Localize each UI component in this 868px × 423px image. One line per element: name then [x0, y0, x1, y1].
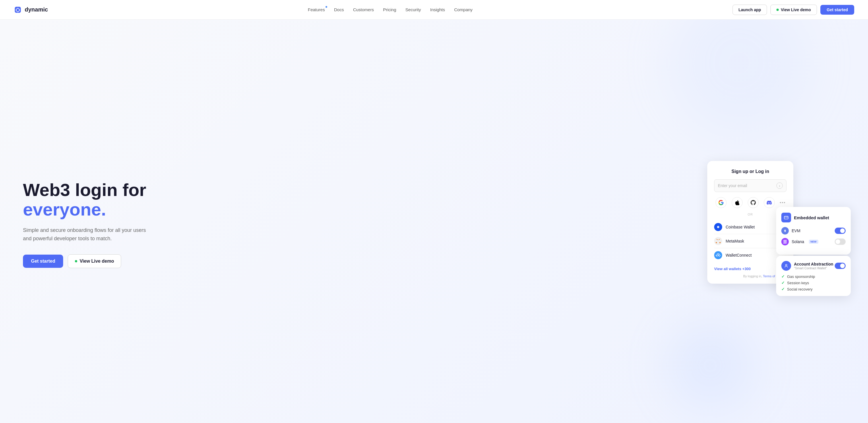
- hero-title-text: Web3 login for: [23, 180, 146, 200]
- embedded-card-header: Embedded wallet: [781, 213, 846, 222]
- nav-brand-name: dynamic: [25, 6, 48, 13]
- coinbase-wallet-name: Coinbase Wallet: [725, 225, 755, 229]
- nav-link-insights[interactable]: Insights: [430, 7, 445, 12]
- nav-item-customers[interactable]: Customers: [353, 7, 374, 12]
- nav-links-list: Features Docs Customers Pricing Security…: [308, 7, 473, 12]
- view-live-demo-nav-label: View Live demo: [781, 7, 811, 12]
- nav-link-customers[interactable]: Customers: [353, 7, 374, 12]
- apple-login-icon[interactable]: [732, 197, 743, 208]
- google-login-icon[interactable]: [716, 197, 726, 208]
- view-all-wallets-count: +300: [742, 267, 751, 271]
- check-icon-gas: ✓: [781, 274, 785, 279]
- view-live-demo-hero-label: View Live demo: [80, 259, 114, 264]
- login-footer: By logging in, Terms of Service: [714, 275, 786, 278]
- aa-feature-session: ✓ Session keys: [781, 280, 846, 285]
- aa-feature-recovery-label: Social recovery: [787, 287, 813, 291]
- aa-feature-recovery: ✓ Social recovery: [781, 287, 846, 291]
- nav-item-insights[interactable]: Insights: [430, 7, 445, 12]
- evm-icon: [781, 227, 789, 234]
- embedded-wallet-title: Embedded wallet: [794, 215, 829, 220]
- svg-point-1: [716, 224, 721, 230]
- aa-card-subtitle: "Smart Contract Wallet": [794, 266, 833, 270]
- or-divider: OR: [714, 213, 786, 216]
- nav-link-security[interactable]: Security: [405, 7, 421, 12]
- check-icon-recovery: ✓: [781, 287, 785, 291]
- aa-card-title: Account Abstraction: [794, 262, 833, 266]
- hero-section: Web3 login for everyone. Simple and secu…: [0, 20, 868, 423]
- svg-rect-2: [784, 216, 788, 219]
- walletconnect-wallet-logo: [714, 251, 722, 259]
- email-placeholder-text: Enter your email: [718, 184, 776, 188]
- evm-option-name: EVM: [792, 228, 800, 233]
- hero-title-highlight: everyone.: [23, 199, 106, 219]
- nav-item-docs[interactable]: Docs: [334, 7, 344, 12]
- wallet-item-walletconnect[interactable]: WalletConnect: [714, 248, 786, 262]
- evm-wallet-option: EVM: [781, 227, 846, 234]
- aa-features-list: ✓ Gas sponsorship ✓ Session keys ✓ Socia…: [781, 274, 846, 291]
- hero-content-left: Web3 login for everyone. Simple and secu…: [23, 180, 184, 268]
- metamask-wallet-logo: [714, 237, 722, 245]
- check-icon-session: ✓: [781, 280, 785, 285]
- navbar: dynamic Features Docs Customers Pricing …: [0, 0, 868, 20]
- nav-link-docs[interactable]: Docs: [334, 7, 344, 12]
- view-all-wallets[interactable]: View all wallets +300: [714, 264, 786, 271]
- view-live-demo-nav-button[interactable]: View Live demo: [770, 5, 817, 15]
- coinbase-wallet-logo: [714, 223, 722, 231]
- github-login-icon[interactable]: [748, 197, 758, 208]
- social-login-icons: [714, 197, 786, 208]
- solana-wallet-option: Solana NEW: [781, 238, 846, 246]
- email-input-wrapper[interactable]: Enter your email ›: [714, 179, 786, 192]
- discord-login-icon[interactable]: [764, 197, 775, 208]
- nav-link-features[interactable]: Features: [308, 7, 325, 12]
- launch-app-button[interactable]: Launch app: [733, 5, 767, 15]
- evm-toggle[interactable]: [835, 228, 846, 234]
- walletconnect-wallet-name: WalletConnect: [725, 253, 752, 257]
- live-status-dot-hero: [75, 260, 77, 262]
- account-abstraction-card: Account Abstraction "Smart Contract Wall…: [776, 256, 851, 296]
- nav-item-pricing[interactable]: Pricing: [383, 7, 396, 12]
- hero-content-right: Sign up or Log in Enter your email ›: [707, 152, 845, 296]
- wallet-list: Coinbase Wallet MetaMask: [714, 220, 786, 262]
- hero-buttons: Get started View Live demo: [23, 254, 184, 268]
- nav-item-company[interactable]: Company: [454, 7, 472, 12]
- view-live-demo-hero-button[interactable]: View Live demo: [68, 254, 121, 268]
- view-all-wallets-text: View all wallets: [714, 267, 741, 271]
- nav-actions: Launch app View Live demo Get started: [733, 5, 854, 15]
- nav-item-security[interactable]: Security: [405, 7, 421, 12]
- solana-toggle[interactable]: [835, 238, 846, 245]
- nav-item-features[interactable]: Features: [308, 7, 325, 12]
- aa-toggle[interactable]: [835, 263, 846, 269]
- svg-point-3: [785, 264, 787, 266]
- nav-logo[interactable]: dynamic: [14, 6, 48, 14]
- solana-new-badge: NEW: [809, 239, 818, 244]
- embedded-wallet-icon: [781, 213, 791, 222]
- get-started-nav-button[interactable]: Get started: [820, 5, 854, 15]
- hero-title: Web3 login for everyone.: [23, 180, 184, 219]
- hero-subtitle: Simple and secure onboarding flows for a…: [23, 226, 155, 243]
- aa-feature-gas-label: Gas sponsorship: [787, 275, 815, 279]
- wallet-item-metamask[interactable]: MetaMask: [714, 234, 786, 248]
- get-started-hero-button[interactable]: Get started: [23, 255, 63, 268]
- live-status-dot: [776, 9, 779, 11]
- solana-option-name: Solana: [792, 239, 804, 244]
- aa-card-header: Account Abstraction "Smart Contract Wall…: [781, 261, 846, 271]
- login-card-title: Sign up or Log in: [714, 169, 786, 174]
- embedded-wallet-card: Embedded wallet EVM: [776, 207, 851, 255]
- metamask-wallet-name: MetaMask: [725, 239, 744, 244]
- email-submit-icon: ›: [776, 182, 783, 189]
- wallet-item-coinbase[interactable]: Coinbase Wallet: [714, 220, 786, 234]
- aa-feature-session-label: Session keys: [787, 281, 809, 285]
- more-social-icon[interactable]: [780, 202, 785, 203]
- aa-feature-gas: ✓ Gas sponsorship: [781, 274, 846, 279]
- solana-icon: [781, 238, 789, 246]
- nav-link-pricing[interactable]: Pricing: [383, 7, 396, 12]
- nav-link-company[interactable]: Company: [454, 7, 472, 12]
- aa-icon: [781, 261, 791, 271]
